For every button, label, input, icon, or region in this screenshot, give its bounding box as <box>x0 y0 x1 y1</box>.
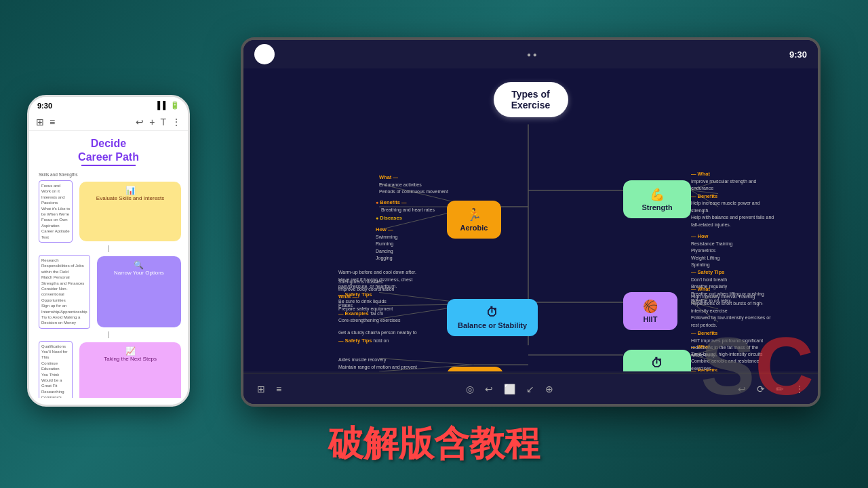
phone-status-bar: 9:30 ▌▌ 🔋 <box>29 97 188 114</box>
aerobic-what-label: What — Endurance activities Periods of c… <box>379 174 448 196</box>
phone-node-narrow[interactable]: 🔍 Narrow Your Options <box>97 256 181 327</box>
box-strength[interactable]: 💪 Strength <box>623 180 691 218</box>
flex-what-label: Aides muscle recovery Maintain range of … <box>338 357 417 371</box>
tablet-home-button[interactable] <box>254 44 275 64</box>
phone-toolbar: ⊞ ≡ ↩ + T ⋮ <box>29 114 188 131</box>
hiit-emoji: 🏀 <box>634 299 667 314</box>
balance-label: Balance or Stability <box>458 321 527 329</box>
tablet-status-bar: ● ● 9:30 <box>243 40 818 68</box>
navigate-icon[interactable]: ◎ <box>466 384 474 394</box>
aerobic-benefits-label: ● Benefits — Breathing and heart rates <box>376 199 435 214</box>
bootcamp-emoji: ⏱ <box>634 357 680 371</box>
grid-icon[interactable]: ⊞ <box>36 117 44 127</box>
format-icon[interactable]: T <box>160 117 166 127</box>
list-icon[interactable]: ≡ <box>50 117 55 127</box>
aerobic-diseases-label: ● Diseases <box>376 214 402 222</box>
phone-content: Decide Career Path Skills and Strengths … <box>29 131 188 398</box>
phone-link-2 <box>108 331 109 338</box>
balance-safety-label: Get a sturdy chair/a person nearby to — … <box>338 329 417 344</box>
aerobic-how-label: How — Swimming Running Dancing Jogging <box>376 226 397 262</box>
add-icon[interactable]: + <box>149 117 155 127</box>
title-underline <box>81 165 136 166</box>
aerobic-label: Aerobic <box>460 224 488 232</box>
phone-signal: ▌▌ 🔋 <box>157 101 180 110</box>
hiit-label: HIIT <box>644 315 658 323</box>
balance-examples-label: Pilates — Examples Tai chi Core-strength… <box>338 302 400 325</box>
back-icon[interactable]: ↩ <box>485 384 493 394</box>
watermark-c: C <box>755 321 814 411</box>
tablet-time: 9:30 <box>789 49 807 60</box>
central-node-text: Types ofExercise <box>511 89 551 110</box>
box-bootcamp[interactable]: ⏱ Boot Camps <box>623 350 691 371</box>
phone-mockup: 9:30 ▌▌ 🔋 ⊞ ≡ ↩ + T ⋮ Decide Career Path… <box>27 95 190 407</box>
bottom-bar-left-icons: ⊞ ≡ <box>257 384 281 394</box>
strength-emoji: 💪 <box>634 187 680 202</box>
watermark: SC <box>701 325 814 407</box>
strength-label: Strength <box>642 203 672 211</box>
bottom-bar-center-icons: ◎ ↩ ⬜ ↙ ⊕ <box>466 384 553 394</box>
phone-node-evaluate[interactable]: 📊 Evaluate Skills and Interests <box>79 182 181 241</box>
phone-side-notes-2: Research Responsibilities of Jobs within… <box>39 255 90 329</box>
balance-what-label: Strengthens muscles Improve body coordin… <box>338 279 395 301</box>
fit-icon[interactable]: ⬜ <box>504 384 515 394</box>
strength-how-label: — How Resistance Training Plyometrics We… <box>691 232 732 269</box>
aerobic-emoji: 🏃 <box>458 207 490 222</box>
grid-view-icon[interactable]: ⊞ <box>257 384 265 394</box>
more-icon[interactable]: ⋮ <box>172 117 181 127</box>
phone-time: 9:30 <box>37 102 52 110</box>
center-icon[interactable]: ⊕ <box>545 384 553 394</box>
box-flexibility[interactable]: 🔧 Flexibility <box>447 367 503 371</box>
phone-doc-title-line2: Career Path <box>36 151 181 163</box>
phone-doc-title-line1: Decide <box>36 138 181 150</box>
phone-link-1 <box>108 245 109 252</box>
central-node: Types ofExercise <box>494 82 568 117</box>
tablet-dots: ● ● <box>527 51 537 58</box>
undo-icon[interactable]: ↩ <box>136 117 144 127</box>
strength-what-label: — What Improve muscular strength and end… <box>691 170 774 228</box>
zoom-icon[interactable]: ↙ <box>526 384 534 394</box>
balance-emoji: ⏱ <box>458 306 527 320</box>
box-balance[interactable]: ⏱ Balance or Stability <box>447 299 538 336</box>
phone-side-notes: Focus and Work on itInterests and Passio… <box>39 180 73 243</box>
phone-side-notes-3: Qualifications You'll Need for ThisConti… <box>39 341 73 398</box>
phone-small-text-1: Skills and Strengths <box>39 171 178 178</box>
box-aerobic[interactable]: 🏃 Aerobic <box>447 201 501 239</box>
chinese-watermark-text: 破解版含教程 <box>328 420 540 468</box>
watermark-s: S <box>701 321 755 411</box>
outline-icon[interactable]: ≡ <box>276 384 281 394</box>
phone-node-next[interactable]: 📈 Taking the Next Steps <box>79 342 181 398</box>
box-hiit[interactable]: 🏀 HIIT <box>623 292 677 330</box>
